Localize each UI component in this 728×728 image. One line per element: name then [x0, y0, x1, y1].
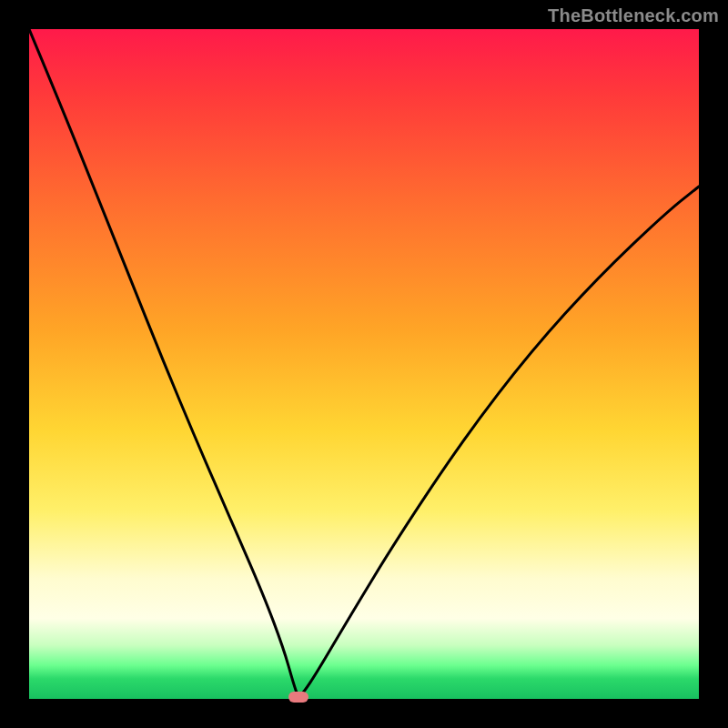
curve-svg [29, 29, 699, 699]
watermark-text: TheBottleneck.com [548, 5, 719, 26]
chart-stage: TheBottleneck.com [0, 0, 728, 728]
minimum-marker [288, 692, 308, 703]
plot-area [29, 29, 699, 699]
bottleneck-curve-path [29, 29, 699, 695]
